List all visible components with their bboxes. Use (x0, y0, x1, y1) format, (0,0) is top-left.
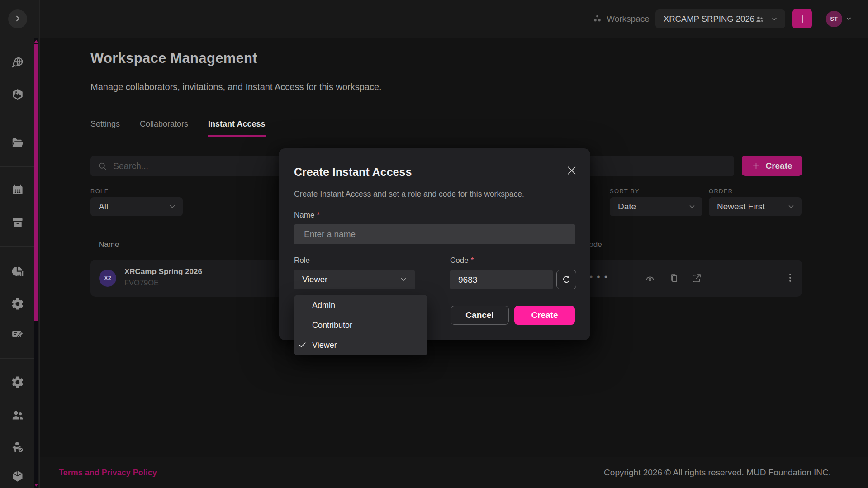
regenerate-code-button[interactable] (556, 270, 576, 289)
sidebar (0, 0, 40, 488)
create-button[interactable]: Create (514, 306, 575, 325)
workspace-label-group: Workspace (592, 14, 650, 24)
copy-icon[interactable] (669, 273, 679, 284)
modal-title: Create Instant Access (294, 166, 412, 179)
topbar: Workspace XRCAMP SRPING 2026 ST (40, 0, 868, 38)
workspace-dots-icon (592, 14, 602, 24)
check-icon (298, 341, 309, 350)
tab-bar: Settings Collaborators Instant Access (90, 115, 805, 137)
copyright-text: Copyright 2026 © All rights reserved. MU… (604, 468, 831, 478)
plus-icon (751, 161, 761, 171)
collaborators-people-icon[interactable] (11, 408, 24, 422)
required-asterisk: * (471, 256, 474, 265)
chevron-down-icon (787, 203, 795, 211)
scrollbar-up-arrow[interactable] (34, 40, 38, 43)
chevron-down-icon (771, 15, 778, 23)
order-select[interactable]: Newest First (709, 197, 802, 216)
workspace-label: Workspace (607, 14, 650, 24)
chevron-down-icon (168, 203, 176, 211)
name-field[interactable] (294, 224, 575, 244)
code-field[interactable] (450, 270, 553, 289)
tab-collaborators[interactable]: Collaborators (140, 115, 188, 137)
sidebar-divider (0, 38, 37, 38)
access-person-check-icon[interactable] (11, 440, 24, 454)
plus-icon (797, 14, 808, 24)
settings-gear-icon[interactable] (11, 297, 24, 311)
add-workspace-button[interactable] (792, 9, 812, 28)
role-dropdown-menu: Admin Contributor Viewer (294, 295, 427, 355)
masked-code: ••• (589, 271, 612, 282)
sidebar-scrollbar[interactable] (34, 38, 38, 488)
workspace-selector[interactable]: XRCAMP SRPING 2026 (655, 9, 785, 28)
order-label: ORDER (709, 188, 733, 194)
chevron-down-icon (845, 15, 852, 22)
terms-privacy-link[interactable]: Terms and Privacy Policy (59, 468, 157, 478)
people-icon (755, 14, 764, 24)
name-column-header: Name (99, 240, 119, 249)
workspace-selector-value: XRCAMP SRPING 2026 (664, 14, 754, 24)
page-title: Workspace Management (90, 50, 257, 66)
package-box-icon[interactable] (11, 469, 24, 483)
sort-by-label: SORT BY (610, 188, 640, 194)
search-globe-icon[interactable] (11, 56, 24, 69)
app-window: Workspace XRCAMP SRPING 2026 ST Workspac… (0, 0, 868, 488)
required-asterisk: * (317, 211, 320, 219)
chevron-down-icon (688, 203, 696, 211)
row-name: XRCamp Spring 2026 (124, 267, 202, 276)
name-field-label: Name* (294, 211, 320, 220)
modal-subtitle: Create Instant Access and set a role and… (294, 190, 524, 199)
row-kebab-menu-icon[interactable] (785, 272, 796, 284)
search-icon (98, 161, 107, 171)
sort-by-select[interactable]: Date (610, 197, 702, 216)
card-edit-icon[interactable] (11, 327, 24, 341)
role-filter-select[interactable]: All (90, 197, 183, 216)
role-filter-label: ROLE (90, 188, 109, 194)
workspace-gear-icon[interactable] (11, 375, 24, 389)
chevron-right-icon (14, 14, 22, 24)
sidebar-divider (0, 166, 37, 167)
sidebar-divider (0, 246, 37, 247)
folder-open-icon[interactable] (11, 136, 24, 150)
tab-settings[interactable]: Settings (90, 115, 120, 137)
row-id: FVO79OE (124, 279, 159, 287)
avatar: ST (826, 11, 842, 27)
role-select-value: Viewer (302, 275, 327, 284)
analytics-pie-icon[interactable] (11, 265, 24, 278)
refresh-icon (561, 275, 571, 284)
topbar-divider (819, 10, 819, 28)
chevron-down-icon (399, 275, 408, 284)
asset-cube-icon[interactable] (11, 88, 24, 101)
archive-box-icon[interactable] (11, 216, 24, 229)
code-field-label: Code* (450, 256, 474, 265)
role-option-admin[interactable]: Admin (294, 295, 427, 315)
footer: Terms and Privacy Policy Copyright 2026 … (40, 457, 868, 488)
create-instant-access-button[interactable]: Create (742, 156, 802, 176)
page-subtitle: Manage collaborators, invitations, and I… (90, 82, 382, 92)
calendar-icon[interactable] (11, 183, 24, 197)
tab-instant-access[interactable]: Instant Access (208, 115, 265, 137)
cancel-button[interactable]: Cancel (451, 306, 509, 325)
row-avatar-badge: X2 (99, 270, 116, 287)
role-field-label: Role (294, 256, 310, 265)
sidebar-expand-button[interactable] (8, 9, 27, 28)
role-select[interactable]: Viewer (294, 270, 415, 289)
view-code-eye-icon[interactable] (645, 273, 655, 284)
modal-close-button[interactable] (566, 165, 578, 176)
external-link-icon[interactable] (691, 273, 702, 284)
profile-menu[interactable]: ST (826, 11, 852, 27)
close-icon (566, 165, 578, 176)
role-option-contributor[interactable]: Contributor (294, 315, 427, 335)
sidebar-divider (0, 358, 37, 359)
scrollbar-down-arrow[interactable] (34, 484, 38, 487)
scrollbar-thumb[interactable] (34, 44, 38, 321)
role-option-viewer[interactable]: Viewer (294, 335, 427, 355)
sidebar-divider (0, 117, 37, 117)
